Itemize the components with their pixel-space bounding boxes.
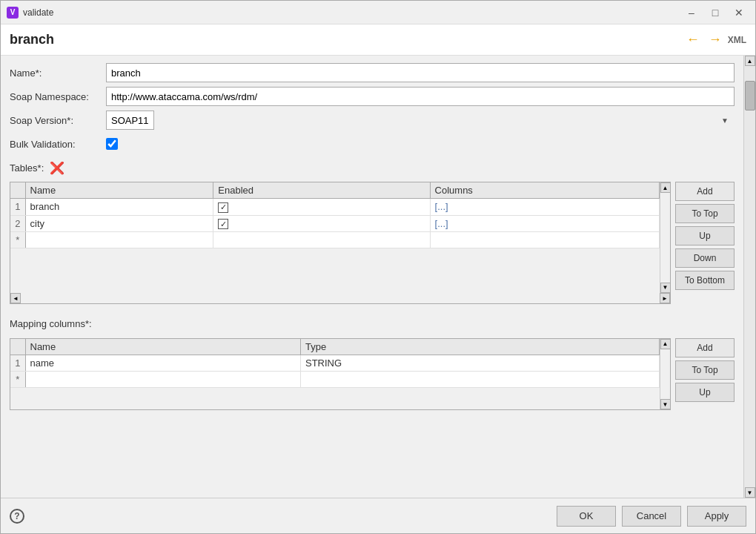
tables-col-name: Name — [25, 182, 213, 199]
tables-to-top-button[interactable]: To Top — [675, 204, 735, 223]
mapping-up-button[interactable]: Up — [675, 383, 735, 402]
row-name — [25, 371, 301, 387]
bulk-validation-checkbox[interactable] — [106, 138, 118, 150]
window-controls: – □ ✕ — [681, 5, 749, 20]
table-row-empty[interactable]: * — [10, 371, 660, 387]
bulk-validation-label: Bulk Validation: — [10, 139, 106, 150]
row-num: 1 — [10, 355, 25, 371]
tables-table: Name Enabled Columns 1 branch — [10, 182, 660, 293]
row-name — [25, 232, 213, 248]
main-vscrollbar[interactable]: ▲ ▼ — [743, 56, 755, 498]
row-num: * — [10, 371, 25, 387]
row-num: * — [10, 232, 25, 248]
main-scroll-thumb[interactable] — [745, 81, 755, 111]
row-enabled: ✓ — [213, 215, 430, 232]
hscroll-track — [21, 293, 660, 303]
mapping-col-num — [10, 339, 25, 355]
window-title: validate — [23, 7, 681, 18]
row-name: name — [25, 355, 301, 371]
name-label: Name*: — [10, 67, 106, 79]
page-title: branch — [10, 32, 54, 47]
mapping-to-top-button[interactable]: To Top — [675, 360, 735, 380]
minimize-button[interactable]: – — [681, 5, 702, 20]
row-type: STRING — [301, 355, 660, 371]
main-scroll-up-btn[interactable]: ▲ — [745, 56, 755, 66]
cancel-button[interactable]: Cancel — [622, 506, 681, 527]
name-row: Name*: — [10, 63, 735, 82]
row-num: 1 — [10, 199, 25, 216]
bottom-bar: ? OK Cancel Apply — [1, 498, 755, 533]
mapping-col-name: Name — [25, 339, 301, 355]
hscroll-left-btn[interactable]: ◄ — [10, 293, 21, 303]
back-button[interactable]: ← — [683, 30, 703, 49]
tables-section: Name Enabled Columns 1 branch — [10, 182, 735, 304]
soap-namespace-label: Soap Namespace: — [10, 91, 106, 102]
mapping-columns-label: Mapping columns*: — [10, 315, 92, 333]
form-area: Name*: Soap Namespace: Soap Version*: SO… — [1, 56, 755, 498]
scroll-up-btn[interactable]: ▲ — [660, 182, 671, 193]
help-button[interactable]: ? — [10, 509, 24, 524]
row-columns: [...] — [430, 215, 659, 232]
tables-add-button[interactable]: Add — [675, 182, 735, 201]
maximize-button[interactable]: □ — [705, 5, 726, 20]
mapping-add-button[interactable]: Add — [675, 338, 735, 357]
row-columns — [430, 232, 659, 248]
title-bar: V validate – □ ✕ — [1, 1, 755, 24]
tables-col-columns: Columns — [430, 182, 659, 199]
main-scroll-down-btn[interactable]: ▼ — [745, 487, 755, 498]
table-row[interactable]: 2 city ✓ [...] — [10, 215, 660, 232]
header-bar: branch ← → XML — [1, 24, 755, 56]
app-icon: V — [7, 7, 19, 19]
mapping-col-type: Type — [301, 339, 660, 355]
tables-label-row: Tables*: ❌ — [10, 158, 735, 177]
xml-label: XML — [728, 35, 746, 45]
bulk-validation-row: Bulk Validation: — [10, 134, 735, 154]
row-enabled — [213, 232, 430, 248]
row-name: branch — [25, 199, 213, 216]
header-actions: ← → XML — [683, 30, 746, 49]
table-vscrollbar[interactable]: ▲ ▼ — [660, 182, 670, 293]
bottom-right: OK Cancel Apply — [557, 506, 746, 527]
name-input[interactable] — [106, 63, 735, 82]
table-hscrollbar: ◄ ► — [10, 293, 670, 303]
tables-up-button[interactable]: Up — [675, 226, 735, 245]
bottom-left: ? — [10, 509, 24, 524]
forward-button[interactable]: → — [706, 30, 725, 49]
row-name: city — [25, 215, 213, 232]
row-columns: [...] — [430, 199, 659, 216]
apply-button[interactable]: Apply — [687, 506, 746, 527]
table-row[interactable]: 1 name STRING — [10, 355, 660, 371]
mapping-table-wrapper: Name Type 1 name STRING — [10, 338, 671, 411]
tables-error-icon: ❌ — [50, 161, 64, 175]
tables-table-wrapper: Name Enabled Columns 1 branch — [10, 182, 671, 304]
soap-version-select-wrapper: SOAP11 SOAP12 — [106, 111, 735, 130]
mapping-table: Name Type 1 name STRING — [10, 339, 660, 410]
tables-to-bottom-button[interactable]: To Bottom — [675, 271, 735, 290]
row-type — [301, 371, 660, 387]
mapping-side-buttons: Add To Top Up — [675, 338, 735, 411]
soap-version-row: Soap Version*: SOAP11 SOAP12 — [10, 111, 735, 130]
soap-namespace-row: Soap Namespace: — [10, 87, 735, 106]
table-row-empty[interactable]: * — [10, 232, 660, 248]
tables-down-button[interactable]: Down — [675, 248, 735, 268]
tables-col-num — [10, 182, 25, 199]
mapping-scroll-down-btn[interactable]: ▼ — [660, 399, 671, 409]
table-row[interactable]: 1 branch ✓ [...] — [10, 199, 660, 216]
mapping-label-row: Mapping columns*: — [10, 314, 735, 334]
soap-version-select[interactable]: SOAP11 SOAP12 — [106, 111, 154, 130]
soap-namespace-input[interactable] — [106, 87, 735, 106]
scroll-down-btn[interactable]: ▼ — [660, 283, 671, 293]
row-num: 2 — [10, 215, 25, 232]
soap-version-label: Soap Version*: — [10, 115, 106, 126]
tables-label: Tables*: ❌ — [10, 159, 64, 177]
mapping-vscrollbar[interactable]: ▲ ▼ — [660, 339, 670, 410]
ok-button[interactable]: OK — [557, 506, 616, 527]
main-window: V validate – □ ✕ branch ← → XML Name*: S… — [0, 0, 756, 534]
tables-side-buttons: Add To Top Up Down To Bottom — [675, 182, 735, 304]
row-enabled: ✓ — [213, 199, 430, 216]
mapping-scroll-up-btn[interactable]: ▲ — [660, 339, 671, 349]
hscroll-right-btn[interactable]: ► — [660, 293, 670, 303]
close-button[interactable]: ✕ — [729, 5, 749, 20]
tables-col-enabled: Enabled — [213, 182, 430, 199]
form-content: Name*: Soap Namespace: Soap Version*: SO… — [1, 56, 743, 498]
